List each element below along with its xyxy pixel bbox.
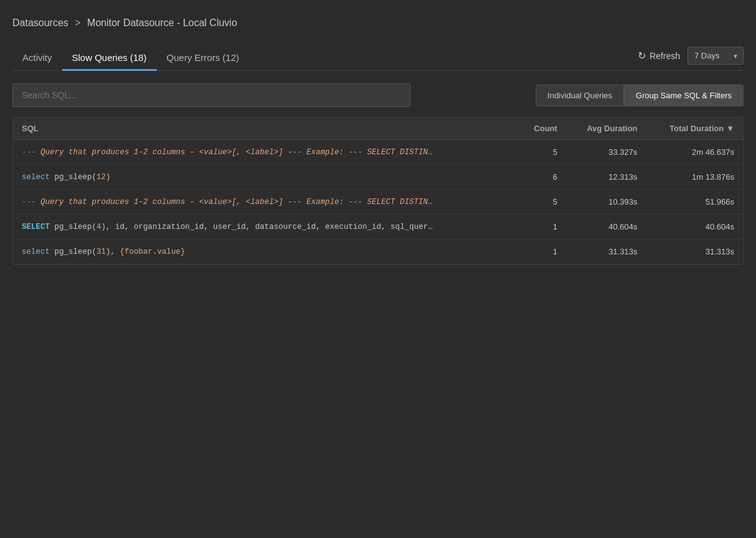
- search-input[interactable]: [12, 83, 411, 107]
- avg-duration-cell: 31.313s: [566, 239, 646, 264]
- sql-cell: select pg_sleep(31), {foobar.value}: [13, 239, 518, 264]
- slow-queries-table: SQL Count Avg Duration Total Duration ▼ …: [13, 118, 743, 264]
- refresh-button[interactable]: ↻ Refresh: [638, 50, 680, 62]
- sql-cell: select pg_sleep(12): [13, 165, 518, 190]
- total-duration-cell: 51.966s: [646, 190, 743, 215]
- avg-duration-cell: 40.604s: [566, 215, 646, 239]
- tabs-right: ↻ Refresh 1 Day 7 Days 30 Days: [638, 47, 744, 70]
- col-header-total-label: Total Duration: [670, 124, 724, 133]
- refresh-icon: ↻: [638, 50, 646, 62]
- total-duration-cell: 31.313s: [646, 239, 743, 264]
- avg-duration-cell: 12.313s: [566, 165, 646, 190]
- tab-activity[interactable]: Activity: [12, 46, 62, 71]
- sort-icon: ▼: [726, 124, 734, 133]
- avg-duration-cell: 33.327s: [566, 140, 646, 165]
- tab-slow-queries[interactable]: Slow Queries (18): [62, 46, 157, 71]
- table-row[interactable]: SELECT pg_sleep(4), id, organization_id,…: [13, 215, 743, 239]
- view-toggle-group: Individual Queries Group Same SQL & Filt…: [536, 85, 744, 106]
- count-cell: 1: [518, 239, 566, 264]
- table-header-row: SQL Count Avg Duration Total Duration ▼: [13, 118, 743, 140]
- table-row[interactable]: --- Query that produces 1–2 columns – <v…: [13, 140, 743, 165]
- tabs-bar: Activity Slow Queries (18) Query Errors …: [12, 46, 744, 71]
- sql-cell: SELECT pg_sleep(4), id, organization_id,…: [13, 215, 518, 239]
- breadcrumb: Datasources > Monitor Datasource - Local…: [12, 12, 744, 29]
- total-duration-cell: 40.604s: [646, 215, 743, 239]
- total-duration-cell: 1m 13.876s: [646, 165, 743, 190]
- col-header-count: Count: [518, 118, 566, 140]
- col-header-total[interactable]: Total Duration ▼: [646, 118, 743, 140]
- individual-queries-button[interactable]: Individual Queries: [536, 85, 624, 106]
- count-cell: 5: [518, 190, 566, 215]
- table-row[interactable]: select pg_sleep(12)612.313s1m 13.876s: [13, 165, 743, 190]
- page-container: Datasources > Monitor Datasource - Local…: [0, 0, 756, 277]
- tab-query-errors[interactable]: Query Errors (12): [157, 46, 250, 71]
- table-container: SQL Count Avg Duration Total Duration ▼ …: [12, 117, 744, 265]
- count-cell: 5: [518, 140, 566, 165]
- count-cell: 1: [518, 215, 566, 239]
- col-header-sql: SQL: [13, 118, 518, 140]
- col-header-avg: Avg Duration: [566, 118, 646, 140]
- breadcrumb-separator: >: [75, 17, 80, 28]
- duration-select[interactable]: 1 Day 7 Days 30 Days: [688, 47, 744, 65]
- breadcrumb-part2: Monitor Datasource - Local Cluvio: [87, 17, 237, 28]
- sql-cell: --- Query that produces 1–2 columns – <v…: [13, 140, 518, 165]
- total-duration-cell: 2m 46.637s: [646, 140, 743, 165]
- table-row[interactable]: select pg_sleep(31), {foobar.value}131.3…: [13, 239, 743, 264]
- sql-cell: --- Query that produces 1–2 columns – <v…: [13, 190, 518, 215]
- table-row[interactable]: --- Query that produces 1–2 columns – <v…: [13, 190, 743, 215]
- toolbar: Individual Queries Group Same SQL & Filt…: [12, 83, 744, 107]
- refresh-label: Refresh: [650, 51, 680, 61]
- count-cell: 6: [518, 165, 566, 190]
- group-sql-button[interactable]: Group Same SQL & Filters: [624, 85, 744, 106]
- breadcrumb-part1: Datasources: [12, 17, 68, 28]
- avg-duration-cell: 10.393s: [566, 190, 646, 215]
- duration-select-wrapper: 1 Day 7 Days 30 Days: [688, 47, 744, 65]
